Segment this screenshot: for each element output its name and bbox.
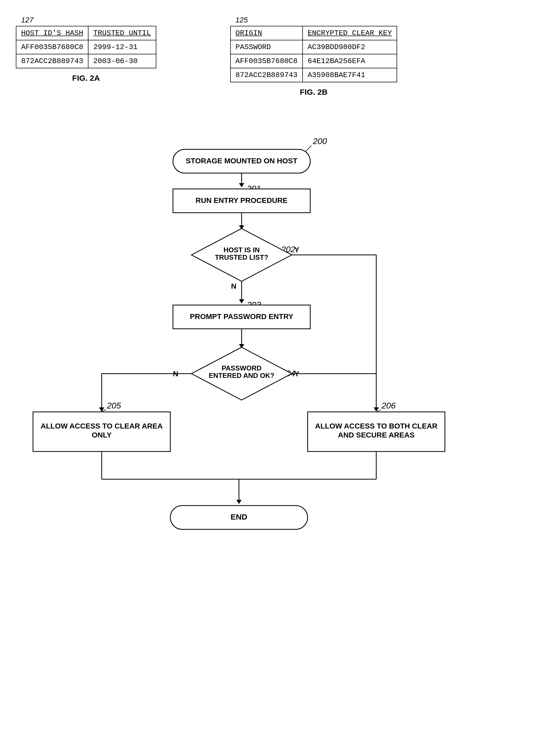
fig2a-cell-col1: AFF0035B7680C8 — [16, 40, 88, 54]
fig2b-col1-header: ORIGIN — [230, 26, 303, 40]
flowchart-svg: 200 STORAGE MOUNTED ON HOST 201 RUN ENTR… — [17, 128, 519, 756]
node-202-label: HOST IS IN — [223, 246, 259, 254]
fig2b-cell-col2: 64E12BA256EFA — [303, 54, 397, 68]
arrow-5 — [99, 407, 104, 412]
fig2b-cell-col1: AFF0035B7680C8 — [230, 54, 303, 68]
fig2a-ref: 127 — [21, 16, 34, 24]
arrow-end — [236, 500, 242, 504]
fig2b-container: 125 ORIGIN ENCRYPTED CLEAR KEY PASSWORDA… — [230, 16, 397, 97]
node-204-label: PASSWORD — [221, 364, 261, 372]
fig2a-cell-col1: 872ACC2B889743 — [16, 54, 88, 68]
table-row: AFF0035B7680C82999-12-31 — [16, 40, 156, 54]
fig2a-cell-col2: 2999-12-31 — [88, 40, 156, 54]
ref-205: 205 — [107, 401, 121, 410]
fig2b-cell-col1: 872ACC2B889743 — [230, 68, 303, 82]
node-202-label2: TRUSTED LIST? — [215, 253, 268, 261]
ref-200: 200 — [313, 137, 327, 146]
fig2a-col2-header: TRUSTED UNTIL — [88, 26, 156, 40]
fig2b-cell-col2: A35908BAE7F41 — [303, 68, 397, 82]
fig2b-col2-header: ENCRYPTED CLEAR KEY — [303, 26, 397, 40]
fig2a-col1-header: HOST ID'S HASH — [16, 26, 88, 40]
fig2a-table: HOST ID'S HASH TRUSTED UNTIL AFF0035B768… — [16, 26, 156, 68]
fig2a-cell-col2: 2003-06-30 — [88, 54, 156, 68]
ref-206: 206 — [381, 401, 396, 410]
node-201-label: RUN ENTRY PROCEDURE — [196, 196, 287, 205]
fig3-section: 200 STORAGE MOUNTED ON HOST 201 RUN ENTR… — [0, 118, 536, 756]
fig2b-label: FIG. 2B — [300, 88, 327, 97]
table-row: AFF0035B7680C864E12BA256EFA — [230, 54, 397, 68]
table-row: 872ACC2B8897432003-06-30 — [16, 54, 156, 68]
top-figures: 127 HOST ID'S HASH TRUSTED UNTIL AFF0035… — [0, 0, 536, 97]
label-y-202: Y — [294, 246, 299, 254]
node-204-label2: ENTERED AND OK? — [209, 371, 275, 379]
node-203-label: PROMPT PASSWORD ENTRY — [190, 312, 293, 321]
start-label: STORAGE MOUNTED ON HOST — [186, 157, 298, 165]
end-label: END — [230, 513, 247, 521]
node-205-label1: ALLOW ACCESS TO CLEAR AREA — [41, 422, 163, 430]
node-205-label2: ONLY — [92, 431, 112, 439]
fig2b-ref: 125 — [236, 16, 248, 24]
fig2b-cell-col2: AC39BDD980DF2 — [303, 40, 397, 54]
arrow-3 — [239, 299, 244, 303]
fig2a-label: FIG. 2A — [72, 74, 100, 82]
node-206-label2: AND SECURE AREAS — [338, 431, 415, 439]
node-206-label1: ALLOW ACCESS TO BOTH CLEAR — [315, 422, 438, 430]
fig2b-table: ORIGIN ENCRYPTED CLEAR KEY PASSWORDAC39B… — [230, 26, 397, 82]
arrow-1 — [239, 183, 244, 187]
fig2a-container: 127 HOST ID'S HASH TRUSTED UNTIL AFF0035… — [16, 16, 156, 97]
label-n-202: N — [231, 282, 236, 290]
table-row: 872ACC2B889743A35908BAE7F41 — [230, 68, 397, 82]
fig2b-cell-col1: PASSWORD — [230, 40, 303, 54]
table-row: PASSWORDAC39BDD980DF2 — [230, 40, 397, 54]
